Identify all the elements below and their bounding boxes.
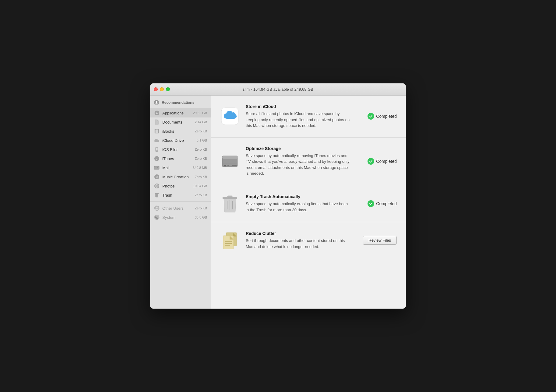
icloud-rec-content: Store in iCloud Store all files and phot… — [246, 104, 351, 129]
svg-point-44 — [227, 165, 229, 166]
ios-files-label: iOS Files — [162, 147, 195, 152]
sidebar-item-photos[interactable]: Photos 10.64 GB — [150, 181, 211, 191]
titlebar: slim - 164.84 GB available of 249.68 GB — [150, 83, 406, 96]
svg-rect-25 — [156, 194, 158, 197]
icloud-drive-size: 5.1 GB — [197, 138, 207, 142]
svg-point-18 — [155, 185, 156, 187]
sidebar-item-documents[interactable]: Documents 2.14 GB — [150, 117, 211, 127]
svg-rect-46 — [227, 196, 232, 197]
svg-rect-38 — [222, 157, 238, 158]
svg-rect-27 — [156, 193, 157, 193]
sidebar: Recommendations A Applications 29.52 GB — [150, 96, 211, 309]
content-area: Recommendations A Applications 29.52 GB — [150, 96, 406, 309]
applications-label: Applications — [162, 111, 193, 115]
icloud-rec-action: Completed — [357, 113, 397, 120]
trash-size: Zero KB — [195, 193, 207, 197]
mail-label: Mail — [162, 166, 193, 170]
sidebar-header: Recommendations — [150, 98, 211, 107]
trash-completed-label: Completed — [376, 201, 397, 206]
trash-completed-icon — [368, 200, 374, 207]
main-panel: Store in iCloud Store all files and phot… — [211, 96, 406, 309]
clutter-rec-description: Sort through documents and other content… — [246, 238, 351, 250]
svg-point-43 — [224, 165, 226, 166]
svg-point-34 — [156, 217, 157, 218]
recommendation-clutter: Reduce Clutter Sort through documents an… — [211, 222, 406, 259]
system-label: System — [162, 215, 195, 220]
svg-point-19 — [158, 185, 159, 187]
sidebar-item-system[interactable]: System 36.8 GB — [150, 213, 211, 222]
ios-files-icon — [154, 146, 160, 152]
review-files-button[interactable]: Review Files — [363, 236, 397, 245]
music-creation-size: Zero KB — [195, 175, 207, 179]
documents-size: 2.14 GB — [195, 120, 207, 124]
documents-label: Documents — [162, 120, 195, 124]
mail-size: 649.8 MB — [193, 166, 207, 170]
svg-point-31 — [156, 207, 157, 208]
music-creation-label: Music Creation — [162, 175, 195, 179]
svg-rect-45 — [223, 197, 237, 199]
svg-point-1 — [156, 101, 157, 103]
optimize-completed-icon — [368, 158, 374, 165]
icloud-completed-label: Completed — [376, 114, 397, 119]
sidebar-item-other-users[interactable]: Other Users Zero KB — [150, 204, 211, 213]
svg-rect-5 — [156, 130, 158, 133]
optimize-rec-description: Save space by automatically removing iTu… — [246, 153, 351, 177]
trash-label: Trash — [162, 193, 195, 198]
trash-completed-badge: Completed — [368, 200, 397, 207]
svg-point-7 — [157, 151, 157, 152]
trash-rec-icon — [220, 194, 240, 213]
sidebar-item-trash[interactable]: Trash Zero KB — [150, 191, 211, 200]
sidebar-header-label: Recommendations — [162, 100, 194, 105]
photos-icon — [154, 183, 160, 189]
sidebar-item-music-creation[interactable]: Music Creation Zero KB — [150, 172, 211, 181]
optimize-completed-label: Completed — [376, 159, 397, 164]
sidebar-item-ios-files[interactable]: iOS Files Zero KB — [150, 145, 211, 154]
system-icon — [154, 214, 160, 220]
icloud-completed-badge: Completed — [368, 113, 397, 120]
ibooks-size: Zero KB — [195, 129, 207, 133]
ibooks-icon — [154, 128, 160, 134]
trash-icon — [154, 192, 160, 198]
recommendation-icloud: Store in iCloud Store all files and phot… — [211, 96, 406, 138]
svg-point-14 — [157, 177, 157, 177]
system-size: 36.8 GB — [195, 215, 207, 219]
svg-rect-26 — [155, 193, 159, 194]
optimize-rec-icon — [220, 152, 240, 171]
ios-files-size: Zero KB — [195, 148, 207, 151]
sidebar-item-ibooks[interactable]: iBooks Zero KB — [150, 127, 211, 136]
optimize-completed-badge: Completed — [368, 158, 397, 165]
applications-size: 29.52 GB — [193, 111, 207, 115]
itunes-label: iTunes — [162, 156, 195, 161]
optimize-rec-title: Optimize Storage — [246, 146, 351, 151]
optimize-rec-action: Completed — [357, 158, 397, 165]
window: slim - 164.84 GB available of 249.68 GB … — [150, 83, 406, 309]
close-button[interactable] — [154, 87, 158, 91]
maximize-button[interactable] — [166, 87, 170, 91]
recommendation-trash: Empty Trash Automatically Save space by … — [211, 185, 406, 222]
minimize-button[interactable] — [160, 87, 164, 91]
sidebar-item-mail[interactable]: Mail 649.8 MB — [150, 163, 211, 172]
clutter-rec-title: Reduce Clutter — [246, 231, 351, 236]
sidebar-divider — [150, 201, 211, 202]
sidebar-item-applications[interactable]: A Applications 29.52 GB — [150, 108, 211, 117]
itunes-icon: ♪ — [154, 156, 160, 162]
applications-icon: A — [154, 110, 160, 116]
music-creation-icon — [154, 174, 160, 180]
ibooks-label: iBooks — [162, 129, 195, 134]
icloud-rec-icon — [220, 107, 240, 126]
svg-text:♪: ♪ — [156, 157, 158, 160]
clutter-rec-icon — [220, 231, 240, 250]
documents-icon — [154, 119, 160, 125]
sidebar-item-icloud-drive[interactable]: iCloud Drive 5.1 GB — [150, 136, 211, 145]
recommendations-icon — [154, 100, 159, 105]
sidebar-item-itunes[interactable]: ♪ iTunes Zero KB — [150, 154, 211, 163]
photos-size: 10.64 GB — [193, 184, 207, 188]
icloud-completed-icon — [368, 113, 374, 120]
other-users-size: Zero KB — [195, 206, 207, 210]
svg-text:A: A — [156, 111, 158, 115]
clutter-rec-action[interactable]: Review Files — [357, 236, 397, 245]
photos-label: Photos — [162, 184, 193, 188]
recommendation-optimize: Optimize Storage Save space by automatic… — [211, 138, 406, 185]
icloud-rec-description: Store all files and photos in iCloud and… — [246, 111, 351, 129]
svg-rect-42 — [232, 165, 237, 166]
